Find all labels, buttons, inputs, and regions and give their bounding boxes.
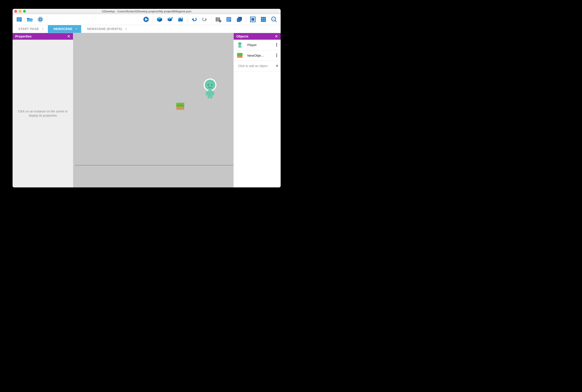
player-sprite-icon (236, 41, 243, 48)
object-thumb (236, 51, 244, 59)
edit-icon (177, 16, 184, 23)
grid-icon (260, 16, 267, 23)
tab-newscene[interactable]: NEWSCENE × (48, 25, 81, 33)
window-title: GDevelop - /Users/florian/GDevelop proje… (13, 10, 281, 13)
plus-icon: + (276, 63, 278, 69)
close-icon[interactable]: × (42, 27, 44, 31)
scene-object-player[interactable] (203, 78, 217, 99)
film-minus-icon (215, 16, 222, 23)
svg-point-58 (208, 84, 209, 86)
tab-label: NEWSCENE (EVENTS) (87, 27, 122, 31)
tab-start-page[interactable]: START PAGE × (13, 25, 48, 33)
undo-icon (191, 16, 197, 23)
svg-rect-3 (17, 20, 22, 20)
close-icon[interactable]: × (76, 27, 78, 31)
scene-object-ground[interactable] (176, 103, 184, 110)
object-name: NewObje... (247, 54, 271, 57)
svg-point-68 (238, 42, 242, 46)
svg-point-59 (211, 84, 212, 86)
svg-rect-38 (219, 21, 221, 22)
properties-panel: Properties ✕ Click on an instance on the… (13, 33, 73, 188)
main-toolbar: 1:1 (13, 14, 281, 25)
panel-title: Objects (236, 34, 248, 38)
toolbar-separator (211, 16, 212, 23)
properties-panel-body: Click on an instance on the scene to dis… (13, 40, 73, 188)
object-thumb (236, 41, 244, 49)
svg-rect-40 (227, 18, 231, 18)
player-sprite-icon (203, 78, 217, 99)
toolbar-separator (47, 16, 47, 23)
maximize-window-button[interactable] (23, 10, 26, 12)
project-manager-button[interactable] (14, 14, 24, 24)
ground-tile-icon (236, 53, 244, 58)
svg-point-70 (240, 44, 241, 44)
close-icon[interactable]: ✕ (67, 34, 70, 39)
svg-rect-2 (17, 19, 22, 20)
rows-icon (226, 16, 232, 23)
kebab-menu-icon[interactable] (275, 43, 278, 46)
undo-button[interactable] (189, 14, 199, 24)
tab-label: START PAGE (18, 27, 39, 31)
delete-button[interactable] (213, 14, 223, 24)
toggle-grid-button[interactable] (259, 14, 268, 24)
cube-icon (156, 16, 163, 23)
kebab-menu-icon[interactable] (275, 54, 278, 57)
svg-rect-48 (261, 17, 266, 22)
svg-rect-35 (216, 18, 217, 22)
object-row-newobject[interactable]: NewObje... (234, 50, 281, 61)
toolbar-separator (187, 16, 188, 23)
svg-rect-63 (208, 96, 210, 98)
titlebar: GDevelop - /Users/florian/GDevelop proje… (13, 9, 281, 14)
svg-rect-41 (227, 19, 231, 20)
edit-object-button[interactable] (176, 14, 186, 24)
properties-placeholder: Click on an instance on the scene to dis… (17, 109, 69, 118)
tabs-bar: START PAGE × NEWSCENE × NEWSCENE (EVENTS… (13, 25, 281, 33)
zoom-11-icon: 1:1 (271, 16, 277, 23)
close-window-button[interactable] (14, 10, 17, 12)
zoom-reset-button[interactable]: 1:1 (269, 14, 279, 24)
play-icon (143, 16, 149, 23)
object-row-player[interactable]: Player (234, 40, 281, 50)
open-project-button[interactable] (25, 14, 35, 24)
app-window: GDevelop - /Users/florian/GDevelop proje… (13, 9, 281, 188)
tab-newscene-events[interactable]: NEWSCENE (EVENTS) × (81, 25, 131, 33)
layers-button[interactable] (224, 14, 234, 24)
objects-panel-header: Objects ✕ (234, 33, 281, 40)
panel-title: Properties (15, 34, 32, 38)
close-icon[interactable]: ✕ (275, 34, 278, 39)
svg-text:1:1: 1:1 (272, 18, 275, 20)
svg-point-69 (239, 44, 239, 44)
minimize-window-button[interactable] (19, 10, 22, 12)
scene-canvas[interactable] (73, 33, 233, 188)
toggle-mask-button[interactable] (248, 14, 258, 24)
traffic-lights (14, 10, 26, 12)
properties-panel-header: Properties ✕ (13, 33, 73, 40)
svg-rect-61 (206, 92, 208, 96)
add-object-plus-button[interactable] (165, 14, 175, 24)
close-icon[interactable]: × (125, 27, 127, 31)
object-name: Player (247, 43, 271, 47)
add-object-row[interactable]: Click to add an object + (234, 61, 281, 72)
toolbar-separator (153, 16, 153, 23)
stack-icon (236, 16, 243, 23)
svg-rect-73 (241, 46, 242, 48)
svg-rect-72 (238, 46, 239, 48)
svg-rect-64 (210, 96, 212, 98)
workspace: Properties ✕ Click on an instance on the… (13, 33, 281, 188)
instances-button[interactable] (235, 14, 244, 24)
add-object-button[interactable] (155, 14, 164, 24)
cube-plus-icon (167, 16, 173, 23)
add-object-label: Click to add an object (238, 64, 268, 68)
svg-marker-33 (205, 18, 207, 21)
tab-label: NEWSCENE (54, 27, 72, 31)
svg-rect-43 (227, 21, 229, 22)
redo-icon (201, 16, 208, 23)
svg-rect-62 (212, 92, 214, 96)
scene-viewport[interactable] (75, 33, 233, 165)
preview-button[interactable] (141, 14, 151, 24)
redo-button[interactable] (200, 14, 210, 24)
svg-rect-42 (227, 20, 231, 20)
debug-button[interactable] (36, 14, 45, 24)
list-icon (16, 16, 23, 23)
svg-rect-47 (251, 18, 254, 21)
